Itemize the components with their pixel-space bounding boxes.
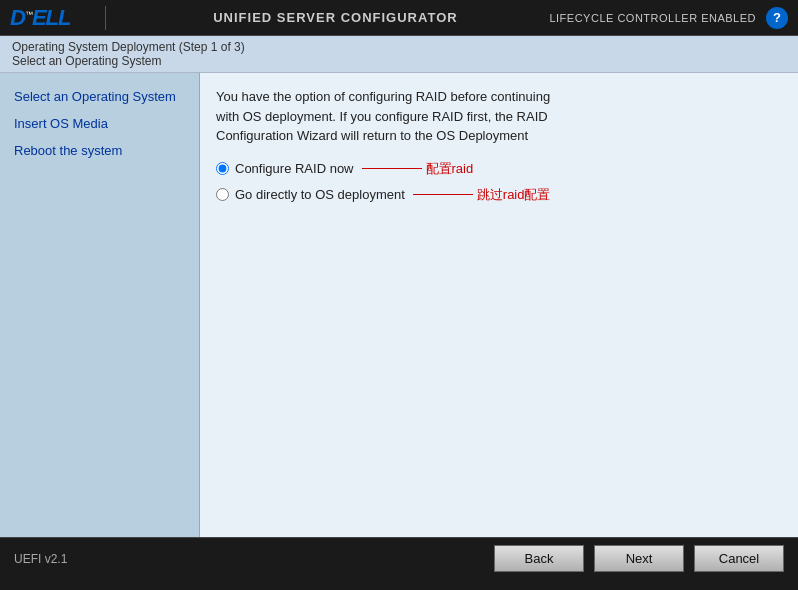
breadcrumb-step: Operating System Deployment (Step 1 of 3… bbox=[12, 40, 786, 54]
sidebar-item-reboot[interactable]: Reboot the system bbox=[0, 137, 199, 164]
radio-direct-os-label[interactable]: Go directly to OS deployment bbox=[235, 187, 405, 202]
panel-description: You have the option of configuring RAID … bbox=[216, 87, 782, 146]
sidebar-item-select-os[interactable]: Select an Operating System bbox=[0, 83, 199, 110]
sidebar: Select an Operating System Insert OS Med… bbox=[0, 73, 200, 537]
main-content: Select an Operating System Insert OS Med… bbox=[0, 73, 798, 537]
header: D™ELL UNIFIED SERVER CONFIGURATOR LIFECY… bbox=[0, 0, 798, 36]
lifecycle-label: LIFECYCLE CONTROLLER ENABLED bbox=[549, 12, 756, 24]
radio-configure-raid-label[interactable]: Configure RAID now bbox=[235, 161, 354, 176]
help-button[interactable]: ? bbox=[766, 7, 788, 29]
annotation-direct-os-text: 跳过raid配置 bbox=[477, 186, 551, 204]
annotation-configure-raid: 配置raid bbox=[358, 160, 474, 178]
breadcrumb-bar: Operating System Deployment (Step 1 of 3… bbox=[0, 36, 798, 73]
next-button[interactable]: Next bbox=[594, 545, 684, 572]
app-title: UNIFIED SERVER CONFIGURATOR bbox=[121, 10, 549, 25]
dash1 bbox=[362, 168, 422, 169]
header-right: LIFECYCLE CONTROLLER ENABLED ? bbox=[549, 7, 788, 29]
dell-logo-area: D™ELL bbox=[10, 5, 70, 31]
bottom-bar: UEFI v2.1 Back Next Cancel bbox=[0, 537, 798, 579]
annotation-configure-raid-text: 配置raid bbox=[426, 160, 474, 178]
header-divider bbox=[105, 6, 106, 30]
radio-direct-os[interactable] bbox=[216, 188, 229, 201]
annotation-direct-os: 跳过raid配置 bbox=[409, 186, 551, 204]
radio-option-configure-raid[interactable]: Configure RAID now 配置raid bbox=[216, 160, 782, 178]
back-button[interactable]: Back bbox=[494, 545, 584, 572]
sidebar-item-insert-media[interactable]: Insert OS Media bbox=[0, 110, 199, 137]
bottom-buttons: Back Next Cancel bbox=[494, 545, 784, 572]
dash2 bbox=[413, 194, 473, 195]
right-panel: You have the option of configuring RAID … bbox=[200, 73, 798, 537]
dell-logo: D™ELL bbox=[10, 5, 70, 31]
breadcrumb-current: Select an Operating System bbox=[12, 54, 786, 68]
cancel-button[interactable]: Cancel bbox=[694, 545, 784, 572]
version-label: UEFI v2.1 bbox=[14, 552, 67, 566]
radio-configure-raid[interactable] bbox=[216, 162, 229, 175]
radio-option-direct-os[interactable]: Go directly to OS deployment 跳过raid配置 bbox=[216, 186, 782, 204]
